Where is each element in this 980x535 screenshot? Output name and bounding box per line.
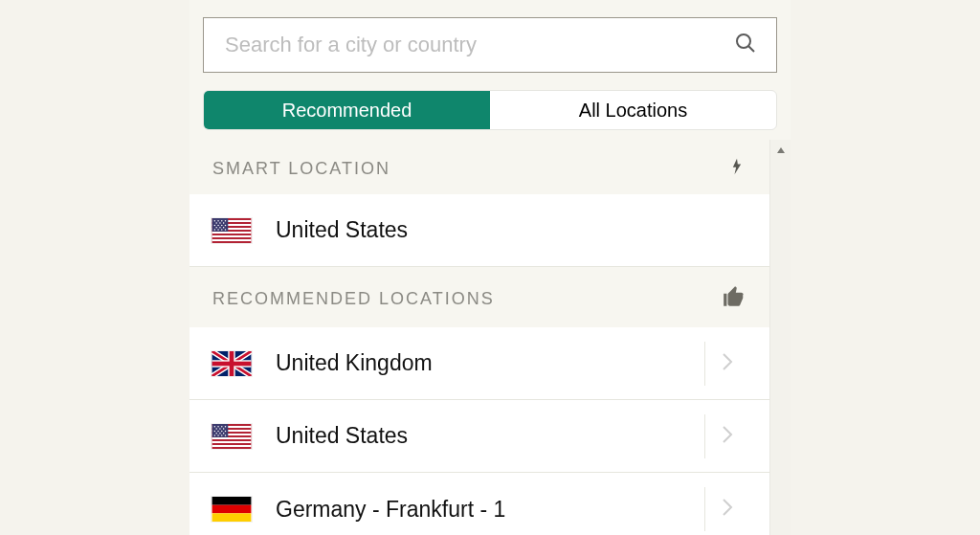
svg-point-54 [219,433,220,434]
location-row-united-kingdom[interactable]: United Kingdom [189,327,769,400]
svg-point-21 [225,224,226,225]
flag-icon-de [211,496,253,523]
location-list: SMART LOCATION [189,140,769,535]
svg-point-25 [214,229,215,230]
location-picker-panel: Recommended All Locations SMART LOCATION [189,0,791,535]
svg-point-50 [217,430,218,431]
scroll-up-button[interactable] [770,140,791,161]
svg-point-15 [215,222,216,223]
svg-point-23 [219,227,220,228]
svg-rect-38 [212,437,252,439]
svg-point-56 [214,435,215,435]
svg-line-1 [748,46,754,52]
svg-point-51 [221,430,222,431]
svg-point-17 [223,222,224,223]
svg-point-53 [215,433,216,434]
svg-rect-33 [212,361,252,366]
svg-point-57 [217,435,218,435]
search-section [189,0,791,90]
location-list-scroll-area: SMART LOCATION [189,140,791,535]
svg-point-45 [225,426,226,427]
smart-location-row[interactable]: United States [189,194,769,267]
search-icon [734,32,757,58]
svg-rect-8 [212,234,252,236]
expand-button[interactable] [704,342,748,386]
chevron-right-icon [721,497,734,522]
svg-point-28 [225,229,226,230]
svg-point-47 [219,428,220,429]
svg-point-52 [225,430,226,431]
location-name: United Kingdom [276,350,695,376]
chevron-right-icon [721,424,734,449]
svg-point-0 [737,34,750,48]
tab-all-locations[interactable]: All Locations [490,91,776,129]
expand-button[interactable] [704,487,748,531]
section-header-recommended-label: RECOMMENDED LOCATIONS [212,289,495,309]
tabs-section: Recommended All Locations [189,90,791,140]
svg-point-26 [217,229,218,230]
chevron-up-icon [776,142,786,159]
svg-point-55 [223,433,224,434]
chevron-right-icon [721,351,734,376]
section-header-smart-location: SMART LOCATION [189,140,769,194]
svg-rect-61 [212,505,252,514]
flag-icon-us [211,423,253,450]
flag-icon-us [211,217,253,244]
scrollbar[interactable] [769,140,791,535]
location-name: Germany - Frankfurt - 1 [276,497,695,523]
tabs: Recommended All Locations [203,90,777,130]
flag-icon-gb [211,350,253,377]
svg-rect-62 [212,513,252,522]
svg-point-13 [221,220,222,221]
svg-point-59 [225,435,226,435]
svg-point-18 [214,224,215,225]
svg-rect-60 [212,497,252,505]
tab-recommended[interactable]: Recommended [204,91,490,129]
section-header-recommended: RECOMMENDED LOCATIONS [189,267,769,327]
svg-rect-39 [212,440,252,442]
svg-point-27 [221,229,222,230]
thumbs-up-icon [722,284,746,314]
tab-recommended-label: Recommended [282,100,412,122]
svg-point-43 [217,426,218,427]
svg-point-14 [225,220,226,221]
section-header-smart-location-label: SMART LOCATION [212,159,390,179]
svg-point-58 [221,435,222,435]
svg-point-22 [215,227,216,228]
svg-point-19 [217,224,218,225]
svg-point-42 [214,426,215,427]
tab-all-locations-label: All Locations [579,100,687,122]
search-input[interactable] [223,32,734,58]
svg-marker-2 [733,159,741,175]
location-row-germany-frankfurt-1[interactable]: Germany - Frankfurt - 1 [189,473,769,535]
svg-marker-63 [777,147,785,153]
svg-point-46 [215,428,216,429]
svg-point-11 [214,220,215,221]
location-name: United States [276,423,695,449]
lightning-icon [727,157,746,181]
smart-location-name: United States [276,217,748,243]
svg-rect-7 [212,232,252,234]
svg-point-48 [223,428,224,429]
svg-point-49 [214,430,215,431]
svg-point-12 [217,220,218,221]
svg-point-24 [223,227,224,228]
svg-point-16 [219,222,220,223]
svg-point-20 [221,224,222,225]
location-row-united-states[interactable]: United States [189,400,769,473]
svg-rect-40 [212,444,252,446]
svg-rect-9 [212,238,252,240]
svg-point-44 [221,426,222,427]
expand-button[interactable] [704,414,748,458]
search-box[interactable] [203,17,777,73]
